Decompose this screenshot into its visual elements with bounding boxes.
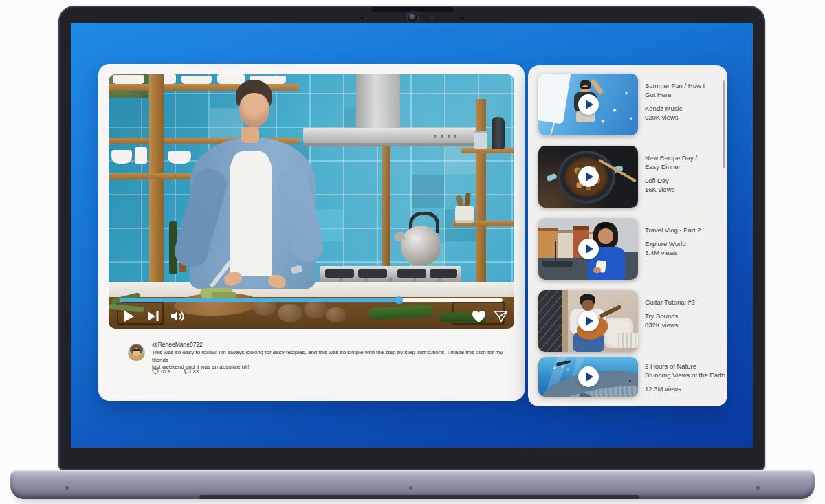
play-triangle-icon — [586, 172, 593, 182]
comment-bubble-icon — [184, 369, 191, 375]
video-title[interactable]: Guitar Tutorial #3 — [645, 298, 723, 307]
video-title[interactable]: Travel Vlog - Part 2 — [645, 226, 723, 234]
recommended-video-row[interactable]: Travel Vlog - Part 2 Explore World 3.4M … — [528, 218, 727, 280]
boat-sail — [538, 74, 571, 124]
comment-actions: 623 83 — [152, 369, 212, 377]
video-title[interactable]: New Recipe Day /Easy Dinner — [645, 153, 723, 171]
sidebar-scrollbar[interactable] — [723, 80, 725, 168]
reply-count-button[interactable]: 83 — [184, 369, 199, 375]
laptop-lid: @ReneeMarie0722 This was so easy to foll… — [58, 6, 765, 470]
channel-name[interactable]: Kendz Music — [645, 104, 723, 113]
webcam — [408, 12, 418, 23]
video-thumbnail-travel[interactable] — [538, 218, 638, 280]
camera-housing — [371, 7, 454, 12]
video-meta: Try Sounds 832K views — [645, 311, 723, 329]
laptop-screen: @ReneeMarie0722 This was so easy to foll… — [71, 23, 753, 448]
figure-sunglasses — [581, 87, 590, 89]
play-triangle-icon — [586, 372, 593, 382]
figure-face — [598, 228, 613, 244]
view-count: 16K views — [645, 185, 723, 194]
bubbles — [552, 365, 570, 372]
video-info: Travel Vlog - Part 2 Explore World 3.4M … — [645, 226, 723, 257]
play-icon[interactable] — [124, 310, 135, 322]
play-overlay-button[interactable] — [578, 311, 599, 331]
diver-fins — [566, 360, 571, 364]
pot-handle — [546, 173, 558, 182]
play-overlay-button[interactable] — [578, 366, 599, 387]
video-light-overlay — [109, 74, 514, 329]
video-thumbnail-whale[interactable] — [538, 357, 638, 397]
recommended-video-row[interactable]: Summer Fun / How IGot Here Kendz Music 9… — [528, 74, 727, 135]
video-info: Guitar Tutorial #3 Try Sounds 832K views — [645, 298, 723, 329]
comment-text: This was so easy to follow! I'm always l… — [152, 349, 514, 371]
comment-username[interactable]: @ReneeMarie0722 — [152, 341, 203, 348]
play-overlay-button[interactable] — [578, 94, 599, 115]
base-detail-dot — [409, 486, 412, 490]
reply-count: 83 — [193, 369, 199, 375]
recommendations-panel: Summer Fun / How IGot Here Kendz Music 9… — [528, 65, 727, 406]
microphone-dot — [461, 17, 463, 19]
play-overlay-button[interactable] — [578, 166, 599, 187]
next-track-icon[interactable] — [147, 310, 160, 322]
video-thumbnail-guitar[interactable] — [538, 290, 638, 352]
laptop-base-foot — [199, 495, 639, 499]
play-overlay-button[interactable] — [578, 239, 599, 259]
canal-building — [558, 230, 573, 258]
video-title[interactable]: 2 Hours of NatureStunning Views of the E… — [645, 362, 729, 380]
view-count: 920K views — [645, 113, 723, 122]
video-progress-bar[interactable] — [120, 298, 503, 302]
video-player[interactable] — [109, 74, 514, 329]
video-meta: Lofi Day 16K views — [645, 176, 723, 194]
video-info: New Recipe Day /Easy Dinner Lofi Day 16K… — [645, 153, 723, 194]
recommended-video-row[interactable]: Guitar Tutorial #3 Try Sounds 832K views — [528, 290, 727, 352]
radiator — [615, 333, 638, 348]
video-meta: 12.3M views — [645, 384, 729, 393]
play-triangle-icon — [586, 100, 593, 109]
laptop-base — [10, 470, 815, 499]
progress-fill — [120, 298, 399, 302]
view-count: 3.4M views — [645, 248, 723, 257]
whale-eye — [629, 380, 631, 382]
boat-mast — [555, 241, 556, 262]
base-detail-dot — [756, 486, 760, 490]
video-player-card: @ReneeMarie0722 This was so easy to foll… — [98, 64, 525, 401]
view-count: 12.3M views — [645, 384, 729, 393]
heart-outline-icon — [152, 369, 159, 375]
video-info: 2 Hours of NatureStunning Views of the E… — [645, 362, 729, 393]
like-count-button[interactable]: 623 — [152, 369, 170, 375]
avatar[interactable] — [128, 344, 145, 361]
like-heart-icon[interactable] — [472, 310, 486, 323]
page-background: @ReneeMarie0722 This was so easy to foll… — [0, 0, 825, 504]
video-info: Summer Fun / How IGot Here Kendz Music 9… — [645, 81, 723, 122]
progress-thumb[interactable] — [395, 296, 403, 304]
play-triangle-icon — [586, 244, 593, 254]
figure-hand — [593, 267, 601, 273]
channel-name[interactable]: Explore World — [645, 239, 723, 248]
boat — [542, 261, 573, 267]
share-icon[interactable] — [494, 310, 508, 323]
view-count: 832K views — [645, 320, 723, 329]
video-thumbnail-cooking-pot[interactable] — [538, 146, 638, 208]
channel-name[interactable]: Lofi Day — [645, 176, 723, 185]
microphone-dot — [361, 17, 364, 19]
figure-face — [582, 300, 594, 311]
video-title[interactable]: Summer Fun / How IGot Here — [645, 81, 723, 99]
sensor-dot — [431, 17, 433, 19]
video-meta: Kendz Music 920K views — [645, 104, 723, 122]
like-count: 623 — [161, 369, 170, 375]
channel-name[interactable]: Try Sounds — [645, 311, 723, 320]
play-triangle-icon — [586, 316, 593, 326]
video-thumbnail-sailing[interactable] — [538, 74, 638, 135]
wall-pillar — [562, 290, 568, 352]
volume-icon[interactable] — [170, 310, 184, 322]
avatar-sunglasses — [133, 349, 140, 351]
base-detail-dot — [65, 486, 69, 490]
video-meta: Explore World 3.4M views — [645, 239, 723, 257]
player-controls — [109, 307, 514, 327]
recommended-video-row[interactable]: New Recipe Day /Easy Dinner Lofi Day 16K… — [528, 146, 727, 208]
recommended-video-row[interactable]: 2 Hours of NatureStunning Views of the E… — [528, 357, 727, 397]
staircase — [538, 290, 562, 352]
